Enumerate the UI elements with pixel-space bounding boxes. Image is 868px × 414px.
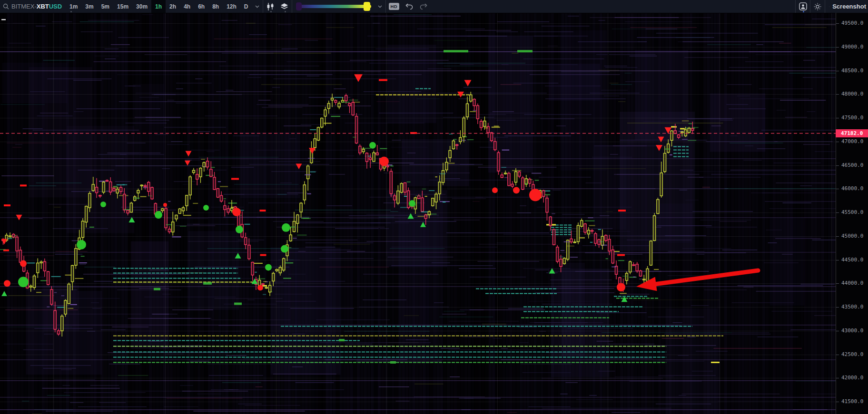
heatmap-gradient-slider[interactable] bbox=[296, 0, 371, 13]
timeframe-8h[interactable]: 8h bbox=[208, 0, 223, 13]
indicator-dot bbox=[270, 11, 272, 12]
timeframe-3m[interactable]: 3m bbox=[81, 0, 97, 13]
timeframe-1h[interactable]: 1h bbox=[151, 0, 166, 13]
price-axis[interactable]: 49500.049000.048500.048000.047500.047000… bbox=[836, 13, 868, 414]
current-price-label: 47182.0 bbox=[836, 129, 868, 137]
timeframe-D[interactable]: D bbox=[240, 0, 252, 13]
search-icon[interactable] bbox=[0, 0, 11, 13]
axis-tick-label: 46500.0 bbox=[836, 162, 868, 169]
axis-tick-label: 45500.0 bbox=[836, 209, 868, 216]
redo-icon[interactable] bbox=[416, 0, 431, 13]
gradient-chevron-down-icon[interactable] bbox=[375, 0, 385, 13]
timeframe-30m[interactable]: 30m bbox=[132, 0, 151, 13]
toolbar-right-group: Screenshot bbox=[795, 0, 868, 13]
notification-dot bbox=[803, 11, 804, 12]
toolbar-separator bbox=[385, 0, 386, 13]
gradient-track bbox=[296, 5, 371, 8]
top-toolbar: BITMEX-XBTUSD 1m3m5m15m30m1h2h4h6h8h12hD… bbox=[0, 0, 868, 13]
axis-tick-label: 46000.0 bbox=[836, 185, 868, 192]
symbol-exchange: BITMEX- bbox=[11, 3, 37, 10]
candlestick-style-icon[interactable] bbox=[263, 0, 277, 13]
indicator-dot bbox=[285, 11, 286, 12]
axis-tick-label: 42500.0 bbox=[836, 351, 868, 358]
camera-icon bbox=[829, 3, 829, 10]
symbol-modified-dot bbox=[70, 11, 72, 12]
axis-tick-label: 45000.0 bbox=[836, 233, 868, 240]
hd-badge[interactable]: HD bbox=[389, 3, 399, 10]
chart-canvas[interactable] bbox=[0, 0, 868, 414]
toolbar-separator bbox=[292, 0, 292, 13]
symbol-quote: USD bbox=[49, 3, 62, 10]
timeframe-15m[interactable]: 15m bbox=[113, 0, 132, 13]
trading-app-window: BITMEX-XBTUSD 1m3m5m15m30m1h2h4h6h8h12hD… bbox=[0, 0, 868, 414]
screenshot-button[interactable]: Screenshot bbox=[825, 0, 868, 13]
theme-brightness-icon[interactable] bbox=[810, 0, 825, 13]
axis-tick-label: 42000.0 bbox=[836, 375, 868, 381]
layers-icon[interactable] bbox=[277, 0, 292, 13]
axis-tick-label: 49500.0 bbox=[836, 20, 868, 27]
axis-tick-label: 47000.0 bbox=[836, 138, 868, 145]
user-account-icon[interactable] bbox=[796, 0, 810, 13]
undo-icon[interactable] bbox=[402, 0, 416, 13]
timeframe-4h[interactable]: 4h bbox=[180, 0, 194, 13]
axis-tick-label: 43000.0 bbox=[836, 327, 868, 334]
axis-tick-label: 43500.0 bbox=[836, 304, 868, 310]
timeframe-2h[interactable]: 2h bbox=[166, 0, 180, 13]
timeframe-6h[interactable]: 6h bbox=[194, 0, 208, 13]
symbol-base: XBT bbox=[37, 3, 49, 10]
timeframe-chevron-down-icon[interactable] bbox=[252, 0, 263, 13]
timeframe-group: 1m3m5m15m30m1h2h4h6h8h12hD bbox=[66, 0, 252, 13]
timeframe-12h[interactable]: 12h bbox=[223, 0, 240, 13]
axis-tick-label: 48000.0 bbox=[836, 91, 868, 97]
timeframe-1m[interactable]: 1m bbox=[66, 0, 81, 13]
gradient-handle-max[interactable] bbox=[364, 2, 370, 11]
axis-tick-label: 44500.0 bbox=[836, 257, 868, 263]
gradient-handle-min[interactable] bbox=[296, 2, 302, 10]
timeframe-5m[interactable]: 5m bbox=[98, 0, 113, 13]
axis-tick-label: 47500.0 bbox=[836, 115, 868, 121]
symbol-button[interactable]: BITMEX-XBTUSD bbox=[11, 0, 66, 13]
axis-tick-label: 41500.0 bbox=[836, 398, 868, 405]
screenshot-label: Screenshot bbox=[832, 3, 866, 10]
axis-tick-label: 48500.0 bbox=[836, 67, 868, 74]
axis-tick-label: 49000.0 bbox=[836, 44, 868, 50]
axis-tick-label: 44000.0 bbox=[836, 280, 868, 287]
